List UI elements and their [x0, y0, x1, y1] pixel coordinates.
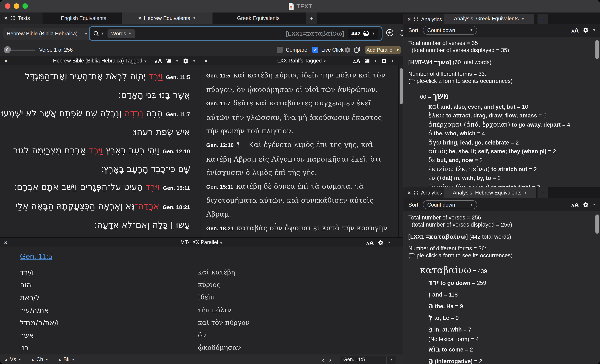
verse-slider-knob[interactable]: 0 [4, 46, 11, 53]
search-mode-dropdown[interactable]: Words ▼ [107, 29, 135, 38]
greek-words[interactable]: δεῦτε καὶ καταβάντες συγχέωμεν ἐκεῖ [233, 99, 371, 107]
tab-analysis-hebrew-equivalents[interactable]: Analysis: Hebrew Equivalents ▼ [444, 187, 536, 198]
chevron-down-icon[interactable]: ▼ [193, 59, 196, 63]
hebrew-word[interactable]: וַיֵּרֶד [89, 145, 103, 155]
entry-lemma[interactable]: בְּ [428, 325, 433, 333]
text-size-icon[interactable]: AA [366, 239, 374, 246]
greek-words[interactable]: Καὶ ἐγένετο λιμὸς ἐπὶ τῆς γῆς, καὶ [249, 140, 373, 149]
hebrew-text-pane[interactable]: Gen. 11:5וַיֵּרֶד יְהוָֹה לִרְאֹת אֶת־הָ… [0, 65, 200, 237]
parallel-hebrew-word[interactable]: בנו [20, 344, 29, 352]
entry-lemma[interactable]: ἀπέρχομαι (ἀπό, ἔρχομαι) [428, 121, 510, 128]
text-size-icon[interactable]: AA [155, 57, 162, 64]
chevron-down-icon[interactable]: ▼ [592, 28, 596, 32]
entry-lemma[interactable]: ἄγω [428, 138, 441, 146]
parallel-hebrew-word[interactable]: ל/ראת [20, 293, 40, 302]
close-panel-icon[interactable]: × [407, 190, 411, 195]
greek-words[interactable]: Αβραμ. [206, 210, 231, 218]
hebrew-word[interactable]: יְהוָֹה לִרְאֹת אֶת־הָעִיר וְאֶת־הַמִּגְ… [25, 71, 149, 81]
parallel-hebrew-word[interactable]: ו/את/ה/מגדל [20, 318, 59, 327]
chevron-down-icon[interactable]: ▼ [387, 240, 391, 244]
greek-words[interactable]: τὴν φωνὴν τοῦ πλησίον. [206, 127, 293, 135]
analytics-bottom-content[interactable]: Total number of verses = 256(total numbe… [403, 211, 600, 364]
entry-lemma[interactable]: δέ [428, 156, 435, 164]
scrollbar-thumb[interactable] [595, 40, 599, 59]
chevron-down-icon[interactable]: ▼ [193, 16, 196, 20]
entry-lemma[interactable]: בוֹא [428, 345, 440, 353]
verse-reference[interactable]: Gen. 11:7 [206, 100, 233, 107]
chevron-down-icon[interactable]: ▼ [175, 59, 179, 63]
hebrew-word[interactable]: הָבָה [143, 108, 163, 118]
greek-text-pane[interactable]: Gen. 11:5καὶ κατέβη κύριος ἰδεῖν τὴν πόλ… [200, 65, 398, 237]
expand-panel-icon[interactable] [413, 190, 418, 195]
hebrew-word[interactable]: וַיֵּרֶד [149, 71, 163, 81]
back-icon[interactable]: ‹ [322, 356, 324, 363]
close-panel-icon[interactable]: × [407, 17, 411, 22]
group-lemma[interactable]: καταβαίνω [420, 265, 471, 275]
verse-reference[interactable]: Gen. 18:21 [206, 225, 237, 231]
parallel-hebrew-word[interactable]: את/ה/עיר [20, 306, 49, 314]
current-reference-dropdown[interactable]: Gen. 11:5 ▼ [340, 355, 396, 363]
add-tab-button[interactable]: + [537, 14, 548, 24]
gear-icon[interactable] [582, 201, 589, 208]
greek-words[interactable]: καὶ κατέβη κύριος ἰδεῖν τὴν πόλιν καὶ τὸ… [233, 71, 385, 79]
close-panel-icon[interactable]: × [4, 15, 7, 21]
chevron-down-icon[interactable]: ▼ [374, 59, 377, 63]
search-icon[interactable] [93, 30, 100, 37]
analytics-top-content[interactable]: Total number of verses = 35(total number… [403, 37, 600, 187]
add-parallel-button[interactable]: Add Parallel ▼ [365, 46, 401, 54]
greek-words[interactable]: αὐτῶν τὴν γλῶσσαν, ἵνα μὴ ἀκούσωσιν ἕκασ… [206, 113, 382, 122]
close-tab-icon[interactable]: × [138, 15, 141, 21]
hebrew-word[interactable]: שָׁם כִּי־כָבֵד הָרָעָב בָּאָרֶץ׃ [101, 164, 190, 174]
entry-lemma[interactable]: לְ [428, 313, 433, 321]
add-tab-button[interactable]: + [306, 12, 317, 24]
text-size-icon[interactable]: AA [571, 27, 579, 34]
chevron-down-icon[interactable]: ▼ [391, 59, 394, 63]
greek-words[interactable]: κατέβη δὲ ὄρνεα ἐπὶ τὰ σώματα, τὰ [236, 182, 364, 190]
book-up-icon[interactable]: ▲ [58, 357, 61, 361]
hebrew-word[interactable]: עָשׂוּ ׀ כָּלָה וְאִם־לֹא אֵדָעָה׃ [94, 220, 190, 230]
entry-lemma[interactable]: ירד [428, 278, 439, 287]
gear-icon[interactable] [377, 239, 384, 246]
verse-reference[interactable]: Gen. 12:10 [159, 148, 190, 154]
chevron-down-icon[interactable]: ▼ [524, 191, 527, 194]
greek-words[interactable]: πύργον, ὃν ᾠκοδόμησαν οἱ υἱοὶ τῶν ἀνθρώπ… [206, 85, 378, 93]
hebrew-word[interactable]: אַבְרָם מִצְרַיְמָה לָגוּר [13, 145, 89, 155]
scrollbar-thumb[interactable] [595, 215, 599, 234]
group-lemma[interactable]: משך [433, 91, 449, 100]
parallel-greek-word[interactable]: ἰδεῖν [198, 293, 215, 301]
add-search-icon[interactable] [386, 29, 394, 37]
tab-hebrew-equivalents[interactable]: × Hebrew Equivalents ▼ [122, 12, 213, 24]
parallel-greek-word[interactable]: καὶ τὸν πύργον [198, 318, 250, 327]
forward-icon[interactable]: › [329, 356, 331, 363]
verse-up-icon[interactable]: ▲ [5, 357, 8, 361]
chapter-up-icon[interactable]: ▲ [31, 357, 34, 361]
tab-analysis-greek-equivalents[interactable]: Analysis: Greek Equivalents ▼ [444, 14, 534, 24]
parallel-hebrew-word[interactable]: יהוה [20, 281, 33, 289]
chevron-down-icon[interactable]: ▼ [386, 355, 396, 363]
entry-lemma[interactable]: הַ [428, 301, 433, 310]
verse-reference[interactable]: Gen. 15:11 [206, 184, 236, 190]
greek-words[interactable]: διχοτομήματα αὐτῶν, καὶ συνεκάθισεν αὐτο… [206, 196, 374, 205]
gear-icon[interactable] [344, 46, 351, 53]
hebrew-word[interactable]: נֵרְדָה [124, 108, 143, 118]
parallel-greek-word[interactable]: καὶ κατέβη [198, 268, 235, 276]
greek-words[interactable]: ἐνίσχυσεν ὁ λιμὸς ἐπὶ τῆς γῆς. [206, 168, 317, 177]
verse-reference[interactable]: Gen. 11:5 [162, 74, 190, 80]
hebrew-word[interactable]: וַיְהִי רָעָב בָּאָרֶץ [103, 145, 159, 155]
text-size-icon[interactable]: AA [571, 201, 579, 208]
parallel-greek-word[interactable]: τὴν πόλιν [198, 306, 231, 314]
expand-panel-icon[interactable] [10, 16, 15, 20]
verse-reference[interactable]: Gen. 15:11 [159, 185, 190, 191]
parallel-greek-word[interactable]: ὃν [198, 331, 206, 339]
chevron-down-icon[interactable]: ▼ [592, 203, 596, 207]
verse-reference[interactable]: Gen. 11:7 [162, 111, 190, 118]
parallel-pane-title[interactable]: MT-LXX Parallel ▼ [0, 239, 403, 245]
entry-lemma[interactable]: הֲ [428, 356, 433, 364]
text-module-dropdown[interactable]: Hebrew Bible (Biblia Hebraica)... ▼ [3, 28, 93, 40]
hebrew-word[interactable]: אֵרֲדָה־ [135, 201, 159, 211]
live-click-checkbox[interactable]: ✓ [312, 47, 318, 53]
entry-lemma[interactable]: ἕλκω [428, 112, 445, 119]
entry-lemma[interactable]: ἐν [428, 174, 435, 182]
greek-words[interactable]: κατέβη Αβραμ εἰς Αἴγυπτον παροικῆσαι ἐκε… [206, 155, 381, 163]
sort-dropdown[interactable]: Count down ▼ [423, 26, 477, 35]
